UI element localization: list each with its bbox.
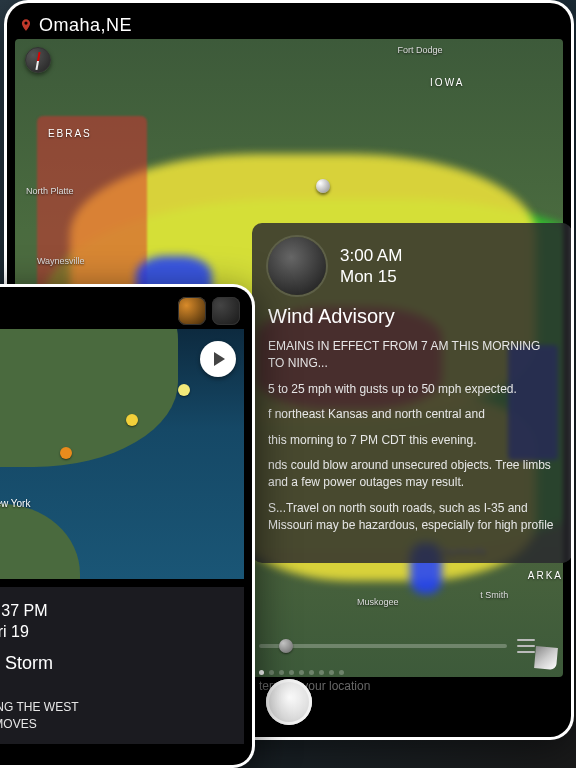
front-tablet-screen: New York B Dec shington NG 8:37 PM Fri 1… [0,287,252,765]
front-tablet-frame: New York B Dec shington NG 8:37 PM Fri 1… [0,284,255,768]
location-pin-icon[interactable] [19,18,33,32]
location-text[interactable]: Omaha,NE [39,15,132,36]
storm-header: 8:37 PM Fri 19 [0,599,230,645]
map-label-waynesville: Waynesville [37,256,85,266]
compass-icon[interactable] [25,47,51,73]
advisory-time: 3:00 AM [340,245,402,266]
storm-card[interactable]: 8:37 PM Fri 19 Cyclone: Storm DREA RRING… [0,587,244,744]
radar-mode-button[interactable] [178,297,206,325]
home-button[interactable] [266,679,312,725]
storm-body: DREA RRING ALONG THE WEST S ANDREA MOVES [0,682,230,732]
page-indicator[interactable] [259,670,344,675]
map-label-nebraska: EBRAS [48,128,92,139]
timeline-row [259,639,535,653]
menu-icon[interactable] [517,639,535,653]
wind-icon [268,237,326,295]
map-label-smith: t Smith [480,590,508,600]
advisory-card[interactable]: 3:00 AM Mon 15 Wind Advisory EMAINS IN E… [252,223,571,563]
map-label-fortdodge: Fort Dodge [397,45,442,55]
advisory-body: EMAINS IN EFFECT FROM 7 AM THIS MORNING … [268,338,556,535]
storm-time: 8:37 PM [0,601,48,622]
forecast-button[interactable] [212,297,240,325]
advisory-title: Wind Advisory [268,305,556,328]
storm-datetime: 8:37 PM Fri 19 [0,601,48,643]
map-label-iowa: IOWA [430,77,464,88]
advisory-date: Mon 15 [340,266,402,287]
play-button[interactable] [200,341,236,377]
top-bar: Omaha,NE [15,11,563,39]
map-label-northplatte: North Platte [26,186,74,196]
map-label-newyork: New York [0,498,30,509]
map-label-muskogee: Muskogee [357,597,399,607]
toolbar [178,297,240,325]
storm-date: Fri 19 [0,622,48,643]
page-curl-icon[interactable] [534,646,558,670]
advisory-header: 3:00 AM Mon 15 [268,237,556,295]
timeline-slider[interactable] [259,644,507,648]
storm-title: Cyclone: Storm [0,653,230,674]
advisory-datetime: 3:00 AM Mon 15 [340,245,402,288]
map-label-arkansas: ARKA [528,570,563,581]
